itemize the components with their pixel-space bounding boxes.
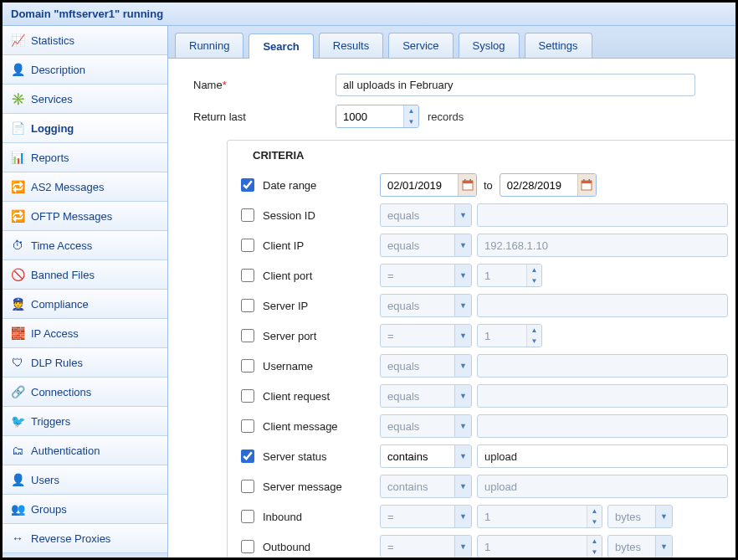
- tab-service[interactable]: Service: [388, 33, 453, 58]
- criteria-checkbox[interactable]: [241, 359, 254, 372]
- chevron-down-icon[interactable]: ▼: [454, 204, 471, 226]
- sidebar-item-groups[interactable]: 👥Groups: [3, 495, 167, 524]
- number-spinner[interactable]: ▲▼: [477, 505, 602, 528]
- operator-combo[interactable]: ▼: [380, 354, 472, 378]
- date-to-input[interactable]: [500, 176, 577, 195]
- operator-combo[interactable]: ▼: [380, 384, 472, 408]
- operator-input[interactable]: [381, 506, 454, 527]
- criteria-checkbox[interactable]: [241, 540, 254, 553]
- spinner-down-icon[interactable]: ▼: [587, 547, 602, 557]
- operator-input[interactable]: [381, 536, 454, 557]
- spinner-down-icon[interactable]: ▼: [527, 275, 541, 286]
- chevron-down-icon[interactable]: ▼: [454, 445, 471, 467]
- operator-input[interactable]: [381, 475, 454, 497]
- criteria-checkbox[interactable]: [241, 299, 254, 312]
- sidebar-item-dlp-rules[interactable]: 🛡DLP Rules: [3, 348, 167, 378]
- tab-results[interactable]: Results: [319, 33, 383, 58]
- chevron-down-icon[interactable]: ▼: [655, 536, 672, 557]
- calendar-icon[interactable]: [458, 174, 476, 196]
- sidebar-item-ip-access[interactable]: 🧱IP Access: [3, 319, 167, 348]
- number-spinner[interactable]: ▲▼: [477, 264, 542, 287]
- tab-running[interactable]: Running: [175, 33, 243, 58]
- criteria-checkbox[interactable]: [241, 389, 254, 403]
- sidebar-item-oftp-messages[interactable]: 🔁OFTP Messages: [3, 202, 167, 231]
- number-input[interactable]: [478, 265, 526, 286]
- spinner-down-icon[interactable]: ▼: [404, 116, 418, 127]
- sidebar-item-statistics[interactable]: 📈Statistics: [3, 26, 167, 55]
- operator-combo[interactable]: ▼: [380, 324, 472, 347]
- sidebar-item-logging[interactable]: 📄Logging: [3, 114, 167, 143]
- operator-input[interactable]: [381, 355, 454, 377]
- sidebar-item-compliance[interactable]: 👮Compliance: [3, 290, 167, 319]
- criteria-value-input[interactable]: [477, 354, 728, 378]
- criteria-value-input[interactable]: [477, 475, 728, 498]
- spinner-up-icon[interactable]: ▲: [527, 325, 541, 336]
- operator-combo[interactable]: ▼: [380, 234, 472, 257]
- unit-input[interactable]: [608, 506, 655, 527]
- sidebar-item-users[interactable]: 👤Users: [3, 465, 167, 495]
- date-to-field[interactable]: [500, 173, 597, 197]
- sidebar-item-time-access[interactable]: ⏱Time Access: [3, 231, 167, 260]
- operator-input[interactable]: [381, 234, 454, 256]
- chevron-down-icon[interactable]: ▼: [454, 415, 471, 437]
- tab-syslog[interactable]: Syslog: [459, 33, 520, 58]
- sidebar-item-reports[interactable]: 📊Reports: [3, 143, 167, 172]
- criteria-checkbox[interactable]: [241, 419, 254, 433]
- chevron-down-icon[interactable]: ▼: [454, 234, 471, 256]
- operator-combo[interactable]: ▼: [380, 444, 472, 468]
- sidebar-item-triggers[interactable]: 🐦Triggers: [3, 407, 167, 436]
- operator-combo[interactable]: ▼: [380, 414, 472, 438]
- operator-combo[interactable]: ▼: [380, 475, 472, 498]
- chevron-down-icon[interactable]: ▼: [454, 536, 471, 557]
- operator-input[interactable]: [381, 415, 454, 437]
- sidebar-item-description[interactable]: 👤Description: [3, 55, 167, 85]
- criteria-checkbox[interactable]: [241, 329, 254, 342]
- chevron-down-icon[interactable]: ▼: [454, 325, 471, 347]
- unit-combo[interactable]: ▼: [607, 505, 673, 528]
- sidebar-item-reverse-proxies[interactable]: ↔Reverse Proxies: [3, 524, 167, 553]
- spinner-up-icon[interactable]: ▲: [404, 105, 418, 116]
- criteria-value-input[interactable]: [477, 384, 728, 408]
- operator-input[interactable]: [381, 204, 454, 226]
- unit-combo[interactable]: ▼: [607, 535, 673, 557]
- calendar-icon[interactable]: [577, 174, 596, 196]
- criteria-checkbox[interactable]: [241, 510, 254, 523]
- criteria-value-input[interactable]: [477, 414, 728, 438]
- sidebar-item-banned-files[interactable]: 🚫Banned Files: [3, 260, 167, 290]
- chevron-down-icon[interactable]: ▼: [454, 355, 471, 377]
- chevron-down-icon[interactable]: ▼: [454, 385, 471, 407]
- sidebar-item-services[interactable]: ✳️Services: [3, 85, 167, 114]
- criteria-value-input[interactable]: [477, 203, 728, 227]
- operator-combo[interactable]: ▼: [380, 264, 472, 287]
- criteria-checkbox[interactable]: [241, 450, 254, 463]
- sidebar-item-as2-messages[interactable]: 🔁AS2 Messages: [3, 172, 167, 202]
- criteria-checkbox[interactable]: [241, 269, 254, 282]
- number-spinner[interactable]: ▲▼: [477, 324, 542, 347]
- chevron-down-icon[interactable]: ▼: [454, 295, 471, 316]
- date-from-input[interactable]: [381, 176, 458, 195]
- number-input[interactable]: [478, 506, 587, 527]
- chevron-down-icon[interactable]: ▼: [454, 506, 471, 527]
- operator-input[interactable]: [381, 325, 454, 347]
- number-input[interactable]: [478, 536, 587, 557]
- sidebar-item-connections[interactable]: 🔗Connections: [3, 378, 167, 407]
- spinner-down-icon[interactable]: ▼: [587, 516, 602, 527]
- number-input[interactable]: [478, 325, 526, 347]
- number-spinner[interactable]: ▲▼: [477, 535, 602, 557]
- spinner-up-icon[interactable]: ▲: [587, 536, 602, 547]
- return-last-input[interactable]: [336, 105, 403, 127]
- operator-combo[interactable]: ▼: [380, 294, 472, 317]
- chevron-down-icon[interactable]: ▼: [454, 265, 471, 286]
- spinner-up-icon[interactable]: ▲: [587, 506, 602, 516]
- operator-combo[interactable]: ▼: [380, 505, 472, 528]
- name-input[interactable]: [336, 74, 695, 96]
- tab-settings[interactable]: Settings: [525, 33, 592, 58]
- chevron-down-icon[interactable]: ▼: [655, 506, 672, 527]
- unit-input[interactable]: [608, 536, 655, 557]
- operator-input[interactable]: [381, 265, 454, 286]
- spinner-down-icon[interactable]: ▼: [527, 336, 541, 347]
- criteria-checkbox[interactable]: [241, 208, 254, 222]
- criteria-value-input[interactable]: [477, 294, 728, 317]
- date-from-field[interactable]: [380, 173, 477, 197]
- tab-search[interactable]: Search: [249, 33, 313, 59]
